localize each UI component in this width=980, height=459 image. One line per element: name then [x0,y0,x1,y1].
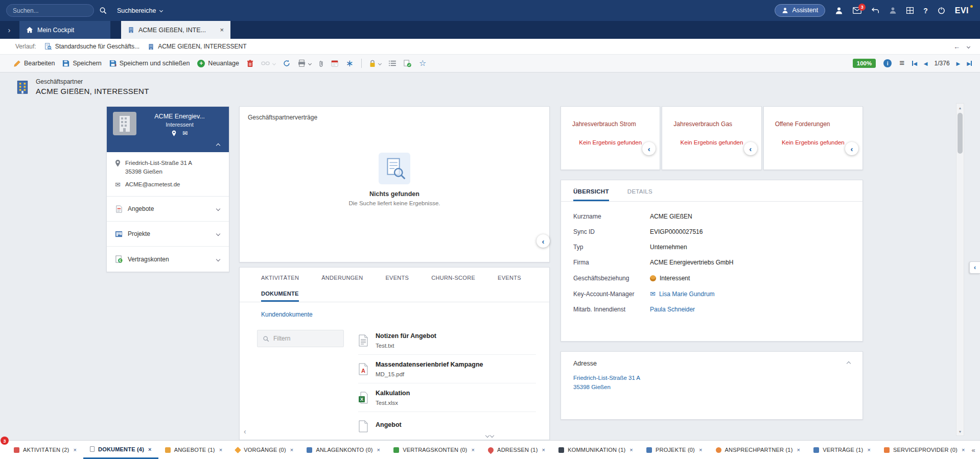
breadcrumb-item-search[interactable]: Standardsuche für Geschäfts... [44,43,139,50]
user-icon[interactable] [835,7,843,15]
document-row[interactable]: A Massendatenserienbrief Kampagne MD_15.… [358,355,536,383]
tab-aktivitaeten[interactable]: AKTIVITÄTEN [261,275,299,281]
documents-filter[interactable] [257,330,344,347]
expand-nav-icon[interactable]: › [2,21,16,39]
bottom-tab-aktivitaeten[interactable]: AKTIVITÄTEN (2) × [7,441,83,459]
calendar-button[interactable] [331,60,338,67]
link-button[interactable] [261,61,275,66]
collapse-middle-panel-button[interactable]: ‹ [536,234,550,248]
delete-button[interactable] [247,60,253,67]
partner-section-angebote[interactable]: Angebote [107,197,229,222]
save-button[interactable]: Speichern [62,60,101,67]
attachment-button[interactable] [319,60,323,67]
search-scope-dropdown[interactable]: Suchbereiche [117,7,162,14]
bottom-tab-ansprechpartner[interactable]: ANSPRECHPARTNER (1) × [709,441,807,459]
tab-events[interactable]: EVENTS [385,275,409,281]
kpi-scroll-left-button[interactable]: ‹ [642,142,656,155]
document-check-button[interactable] [404,60,411,67]
info-icon[interactable]: i [883,59,892,67]
refresh-button[interactable] [283,60,290,67]
close-icon[interactable]: × [797,447,801,453]
key-account-manager-link[interactable]: Lisa Marie Gundrum [659,291,715,298]
bottom-tab-adressen[interactable]: ADRESSEN (1) × [481,441,552,459]
partner-section-vertragskonten[interactable]: € Vertragskonten [107,247,229,272]
partner-card-header[interactable]: ACME Energiev... Interessent ✉ [107,107,229,152]
first-page-button[interactable]: ◀ [912,61,917,66]
kpi-scroll-left-button[interactable]: ‹ [845,142,858,155]
tab-uebersicht[interactable]: ÜBERSICHT [573,188,609,201]
bottom-tab-vorgaenge[interactable]: VORGÄNGE (0) × [229,441,300,459]
address-link-line1[interactable]: Friedrich-List-Straße 31 A [573,374,850,383]
global-search-input[interactable] [6,4,94,17]
close-icon[interactable]: × [629,447,633,453]
bottom-tab-angebote[interactable]: ANGEBOTE (1) × [158,441,229,459]
mail-notifications-button[interactable]: 3 [853,7,861,14]
user-settings-icon[interactable] [889,7,897,14]
tab-dokumente[interactable]: DOKUMENTE [261,291,299,302]
collapse-tabs-icon[interactable]: « [972,441,980,459]
document-row[interactable]: Angebot [358,412,536,440]
scroll-down-icon[interactable]: ▼ [956,428,964,435]
close-icon[interactable]: × [542,447,546,453]
address-link-line2[interactable]: 35398 Gießen [573,383,850,392]
collapse-right-panel-button[interactable]: ‹ [969,261,980,274]
bottom-tab-serviceprovider[interactable]: SERVICEPROVIDER (0) × [877,441,971,459]
tab-mein-cockpit[interactable]: Mein Cockpit [19,21,110,39]
close-icon[interactable]: × [219,447,223,453]
tab-active-record[interactable]: ACME GIEßEN, INTE... × [121,21,230,39]
list-view-button[interactable] [389,60,396,66]
documents-filter-input[interactable] [273,335,331,342]
tab-aenderungen[interactable]: ÄNDERUNGEN [321,275,363,281]
undo-icon[interactable] [871,7,879,14]
close-icon[interactable]: × [377,447,381,453]
close-icon[interactable]: × [73,447,77,453]
merge-button[interactable]: ∗ [346,59,354,68]
tab-churn-score[interactable]: CHURN-SCORE [431,275,475,281]
help-button[interactable]: ? [923,7,928,15]
last-page-button[interactable]: ▶ [967,61,972,66]
assistant-button[interactable]: Assistent [775,4,825,17]
vertical-scrollbar[interactable]: ▲ ▼ [956,103,964,436]
close-icon[interactable]: × [471,447,475,453]
close-tab-icon[interactable]: × [220,26,224,34]
tab-details[interactable]: DETAILS [627,188,652,201]
menu-icon[interactable]: ≡ [899,58,904,68]
bottom-tab-anlagenkonto[interactable]: ANLAGENKONTO (0) × [300,441,387,459]
collapse-content-button[interactable] [486,434,494,437]
partner-email[interactable]: ACME@acmetest.de [125,180,180,190]
print-button[interactable] [298,60,311,67]
favorite-button[interactable]: ☆ [419,59,426,67]
innendienst-link[interactable]: Paula Schneider [650,306,695,313]
document-row[interactable]: X Kalkulation Test.xlsx [358,383,536,412]
save-close-button[interactable]: × Speichern und schließen [109,60,190,67]
kpi-scroll-left-button[interactable]: ‹ [744,142,757,155]
bottom-tab-kommunikation[interactable]: KOMMUNIKATION (1) × [552,441,640,459]
history-back-icon[interactable]: ← [953,43,960,51]
next-page-button[interactable]: ▶ [956,61,961,66]
search-icon[interactable] [99,7,107,14]
bottom-tab-vertraege[interactable]: VERTRÄGE (1) × [807,441,877,459]
close-icon[interactable]: × [148,446,152,452]
power-logout-icon[interactable] [938,7,945,14]
new-record-button[interactable]: + Neuanlage [197,60,239,67]
bottom-tab-dokumente[interactable]: DOKUMENTE (4) × [83,441,158,459]
bottom-tab-vertragskonten[interactable]: VERTRAGSKONTEN (0) × [387,441,481,459]
lock-button[interactable] [369,60,381,67]
scroll-up-icon[interactable]: ▲ [956,104,964,111]
document-row[interactable]: Notizen für Angebot Test.txt [358,326,536,355]
chevron-down-icon[interactable] [967,44,970,48]
scroll-left-icon[interactable]: ‹ [244,427,246,436]
prev-page-button[interactable]: ◀ [924,61,928,66]
table-grid-icon[interactable] [906,7,914,14]
close-icon[interactable]: × [962,447,965,453]
close-icon[interactable]: × [699,447,703,453]
close-icon[interactable]: × [290,447,294,453]
mail-icon[interactable]: ✉ [650,290,656,298]
tab-events-2[interactable]: EVENTS [498,275,521,281]
bottom-tab-projekte[interactable]: PROJEKTE (0) × [640,441,709,459]
scrollbar-thumb[interactable] [958,113,963,154]
close-icon[interactable]: × [867,447,871,453]
breadcrumb-item-record[interactable]: ACME GIEßEN, INTERESSENT [148,43,246,50]
partner-section-projekte[interactable]: Projekte [107,222,229,247]
edit-button[interactable]: Bearbeiten [13,60,55,67]
